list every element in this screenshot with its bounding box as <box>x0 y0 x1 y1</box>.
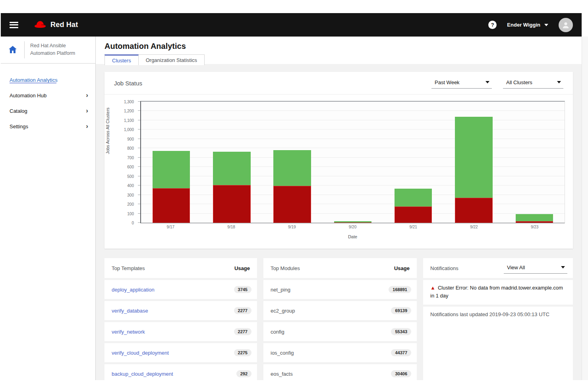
chevron-down-icon <box>544 24 548 26</box>
bar-segment-fail[interactable] <box>153 188 190 223</box>
bar-segment-success[interactable] <box>153 151 190 188</box>
sidebar-item-automation-hub[interactable]: Automation Hub › <box>1 88 95 103</box>
usage-column-header: Usage <box>394 265 410 271</box>
chevron-right-icon: › <box>86 92 88 98</box>
bar-segment-success[interactable] <box>395 189 432 207</box>
period-select[interactable]: Past Week <box>431 78 492 89</box>
page-title: Automation Analytics <box>104 42 582 51</box>
bar-segment-success[interactable] <box>273 150 311 186</box>
masthead: Red Hat ? Ender Wiggin <box>1 13 582 37</box>
chart-plot-area: 01002003004005006007008009001,0001,1001,… <box>140 101 565 223</box>
notifications-title: Notifications <box>430 265 458 271</box>
y-tick-label: 1,000 <box>124 127 134 132</box>
bar-segment-success[interactable] <box>455 117 492 198</box>
avatar[interactable] <box>559 18 573 32</box>
bar-group-9/20[interactable] <box>323 102 383 223</box>
x-tick-label: 9/22 <box>470 225 478 229</box>
top-templates-title: Top Templates <box>112 265 145 271</box>
sidebar-item-automation-analytics[interactable]: Automation Analytics <box>1 72 95 88</box>
top-templates-panel: Top Templates Usage deploy_application 3… <box>104 258 257 380</box>
chevron-right-icon: › <box>86 123 88 129</box>
redhat-fedora-icon <box>33 20 47 30</box>
sidebar-item-settings[interactable]: Settings › <box>1 119 95 134</box>
y-tick <box>138 101 140 102</box>
usage-badge: 69139 <box>391 307 411 314</box>
y-tick <box>138 204 140 204</box>
module-name: ec2_group <box>271 308 295 314</box>
y-tick <box>138 120 140 120</box>
usage-badge: 2277 <box>234 307 251 314</box>
bar-segment-fail[interactable] <box>516 221 553 223</box>
tab-clusters[interactable]: Clusters <box>104 54 139 65</box>
bar-segment-fail[interactable] <box>395 207 432 223</box>
bar-segment-fail[interactable] <box>213 185 250 223</box>
y-tick <box>138 129 140 129</box>
x-tick-label: 9/17 <box>167 225 174 229</box>
y-tick <box>138 157 140 158</box>
tab-organization-statistics[interactable]: Organization Statistics <box>139 54 205 65</box>
module-row: config 55343 <box>263 322 417 341</box>
x-tick-label: 9/23 <box>531 225 538 229</box>
cluster-select[interactable]: All Clusters <box>503 78 563 89</box>
bar-segment-fail[interactable] <box>273 186 311 223</box>
bar-group-9/21[interactable] <box>383 102 443 223</box>
x-axis-title: Date <box>140 234 565 239</box>
y-tick-label: 300 <box>127 193 134 197</box>
username: Ender Wiggin <box>507 22 540 28</box>
y-tick <box>138 213 140 214</box>
template-row: verify_network 2277 <box>104 322 257 341</box>
usage-badge: 55343 <box>391 328 411 335</box>
bar-group-9/23[interactable] <box>504 102 565 223</box>
y-tick <box>138 222 140 223</box>
bar-segment-fail[interactable] <box>455 198 492 223</box>
bar-group-9/19[interactable] <box>262 102 323 223</box>
platform-title: Red Hat Ansible Automation Platform <box>25 41 81 58</box>
y-axis-title: Jobs Across All Clusters <box>105 108 110 154</box>
x-tick-label: 9/19 <box>288 225 296 229</box>
bar-segment-success[interactable] <box>334 221 371 222</box>
module-name: eos_facts <box>271 371 293 377</box>
home-button[interactable] <box>1 41 25 58</box>
bar-group-9/18[interactable] <box>201 102 262 223</box>
redhat-logo[interactable]: Red Hat <box>33 20 78 30</box>
view-all-select[interactable]: View All <box>504 263 567 274</box>
help-icon[interactable]: ? <box>488 21 497 29</box>
y-tick-label: 400 <box>127 183 134 188</box>
y-tick-label: 700 <box>127 156 134 160</box>
bar-segment-success[interactable] <box>516 214 553 222</box>
template-link[interactable]: verify_cloud_deployment <box>112 350 169 356</box>
bar-group-9/22[interactable] <box>443 102 504 223</box>
module-row: eos_facts 30406 <box>263 364 417 380</box>
template-link[interactable]: verify_network <box>112 329 145 335</box>
y-tick-label: 0 <box>132 221 134 225</box>
top-modules-panel: Top Modules Usage net_ping 168891 ec2_gr… <box>263 258 417 380</box>
page-scrollbar[interactable] <box>582 37 588 380</box>
template-link[interactable]: backup_cloud_deployment <box>112 371 173 377</box>
person-icon <box>561 21 570 29</box>
hamburger-menu-icon[interactable] <box>10 22 18 28</box>
template-link[interactable]: deploy_application <box>112 287 155 293</box>
usage-badge: 30406 <box>391 370 411 377</box>
template-link[interactable]: verify_database <box>112 308 148 314</box>
main-content: Automation Analytics Clusters Organizati… <box>96 37 582 380</box>
usage-badge: 44377 <box>391 349 411 356</box>
active-indicator <box>10 83 56 83</box>
y-tick <box>138 139 140 139</box>
x-tick-label: 9/21 <box>409 225 417 229</box>
x-tick-label: 9/20 <box>349 225 356 229</box>
usage-badge: 2275 <box>234 349 251 356</box>
module-row: net_ping 168891 <box>263 280 417 299</box>
chevron-right-icon: › <box>86 107 88 114</box>
user-menu[interactable]: Ender Wiggin <box>507 22 548 28</box>
sidebar-item-catalog[interactable]: Catalog › <box>1 103 95 119</box>
chevron-down-icon <box>485 81 489 83</box>
y-tick <box>138 185 140 185</box>
y-tick-label: 500 <box>127 174 134 179</box>
bar-segment-fail[interactable] <box>334 222 371 223</box>
notifications-last-updated: Notifications last updated 2019-09-23 05… <box>423 307 573 380</box>
module-row: ec2_group 69139 <box>263 301 417 320</box>
x-tick-label: 9/18 <box>227 225 235 229</box>
bar-group-9/17[interactable] <box>141 102 201 223</box>
y-tick-label: 200 <box>127 202 134 207</box>
bar-segment-success[interactable] <box>213 152 250 185</box>
